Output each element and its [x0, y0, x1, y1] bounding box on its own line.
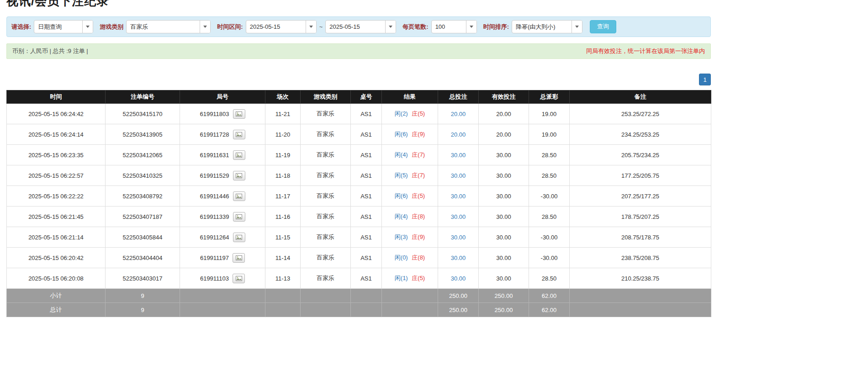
picture-icon: [236, 132, 242, 137]
chevron-down-icon[interactable]: [572, 21, 582, 33]
page-title-container: 视讯/会员下注纪录: [6, 0, 711, 7]
cell-session: 11-19: [265, 145, 301, 165]
query-type-value[interactable]: 日期查询: [34, 23, 82, 31]
total-bet-link[interactable]: 30.00: [451, 213, 466, 220]
cell-round-id: 619911264: [180, 227, 265, 248]
picture-icon: [236, 111, 242, 117]
round-result-image-button[interactable]: [233, 253, 245, 263]
header-result: 结果: [382, 90, 438, 104]
empty-cell: [351, 303, 382, 317]
cell-game-type: 百家乐: [301, 124, 351, 145]
picture-icon: [236, 276, 242, 281]
cell-time: 2025-05-15 06:22:22: [7, 186, 106, 207]
cell-session: 11-14: [265, 248, 301, 268]
cell-round-id: 619911103: [180, 268, 265, 289]
empty-cell: [351, 289, 382, 303]
cell-time: 2025-05-15 06:24:14: [7, 124, 106, 145]
cell-valid-bet: 30.00: [479, 145, 529, 165]
cell-remark: 178.75/207.25: [570, 207, 711, 227]
cell-round-id: 619911529: [180, 165, 265, 186]
page: 视讯/会员下注纪录 请选择: 日期查询 游戏类别 百家乐 时间区间: 2025-…: [6, 0, 711, 317]
round-id-text: 619911631: [200, 152, 229, 159]
player-result: 闲(5): [395, 172, 408, 179]
total-label: 总计: [7, 303, 106, 317]
pagination: 1: [6, 74, 711, 85]
table-row: 2025-05-15 06:23:35 522503412065 6199116…: [7, 145, 711, 165]
summary-bar: 币别：人民币 | 总共 :9 注单 | 同局有效投注，统一计算在该局第一张注单内: [6, 43, 711, 59]
cell-table-no: AS1: [351, 145, 382, 165]
cell-total-bet: 30.00: [438, 227, 479, 248]
chevron-down-icon[interactable]: [82, 21, 93, 33]
round-result-image-button[interactable]: [233, 130, 245, 139]
cell-total-bet: 30.00: [438, 145, 479, 165]
page-size-select[interactable]: 100: [431, 20, 477, 33]
sort-order-group: 时间排序: 降幂(由大到小): [483, 20, 582, 33]
cell-bet-id: 522503410325: [106, 165, 180, 186]
cell-remark: 238.75/208.75: [570, 248, 711, 268]
sort-order-select[interactable]: 降幂(由大到小): [512, 20, 582, 33]
note-text: 同局有效投注，统一计算在该局第一张注单内: [586, 47, 705, 55]
cell-table-no: AS1: [351, 186, 382, 207]
page-size-value[interactable]: 100: [432, 23, 466, 30]
cell-result: 闲(2) 庄(5): [382, 104, 438, 124]
total-bet-link[interactable]: 30.00: [451, 152, 466, 159]
total-bet-link[interactable]: 30.00: [451, 172, 466, 179]
cell-bet-id: 522503403017: [106, 268, 180, 289]
banker-result: 庄(9): [412, 131, 425, 138]
page-1-button[interactable]: 1: [699, 74, 711, 85]
cell-result: 闲(4) 庄(8): [382, 207, 438, 227]
round-result-image-button[interactable]: [233, 171, 245, 180]
date-from-select[interactable]: 2025-05-15: [246, 20, 317, 33]
cell-payout: -30.00: [529, 248, 570, 268]
chevron-down-icon[interactable]: [466, 21, 476, 33]
cell-table-no: AS1: [351, 268, 382, 289]
total-bet-link[interactable]: 30.00: [451, 193, 466, 200]
total-bet-link[interactable]: 30.00: [451, 234, 466, 241]
chevron-down-icon[interactable]: [385, 21, 396, 33]
total-bet-link[interactable]: 30.00: [451, 275, 466, 282]
total-valid-bet: 250.00: [479, 303, 529, 317]
total-bet-link[interactable]: 30.00: [451, 254, 466, 261]
cell-table-no: AS1: [351, 248, 382, 268]
cell-bet-id: 522503413905: [106, 124, 180, 145]
round-id-text: 619911728: [200, 131, 229, 138]
cell-time: 2025-05-15 06:20:42: [7, 248, 106, 268]
records-table: 时间 注单编号 局号 场次 游戏类别 桌号 结果 总投注 有效投注 总派彩 备注…: [6, 90, 711, 317]
empty-cell: [570, 303, 711, 317]
round-result-image-button[interactable]: [233, 109, 245, 119]
cell-total-bet: 20.00: [438, 124, 479, 145]
empty-cell: [382, 289, 438, 303]
empty-cell: [301, 289, 351, 303]
chevron-down-icon[interactable]: [200, 21, 210, 33]
empty-cell: [570, 289, 711, 303]
sort-order-value[interactable]: 降幂(由大到小): [512, 23, 572, 31]
total-bet-link[interactable]: 20.00: [451, 111, 466, 117]
cell-valid-bet: 30.00: [479, 227, 529, 248]
banker-result: 庄(8): [412, 213, 425, 220]
query-type-select[interactable]: 日期查询: [34, 20, 93, 33]
header-time: 时间: [7, 90, 106, 104]
round-result-image-button[interactable]: [233, 150, 245, 160]
cell-game-type: 百家乐: [301, 145, 351, 165]
round-result-image-button[interactable]: [233, 233, 245, 242]
total-count: 9: [106, 303, 180, 317]
cell-payout: -30.00: [529, 186, 570, 207]
total-total-bet: 250.00: [438, 303, 479, 317]
date-to-value[interactable]: 2025-05-15: [326, 23, 385, 30]
query-button[interactable]: 查询: [590, 20, 616, 33]
cell-total-bet: 30.00: [438, 207, 479, 227]
date-to-select[interactable]: 2025-05-15: [325, 20, 396, 33]
cell-game-type: 百家乐: [301, 165, 351, 186]
cell-bet-id: 522503408792: [106, 186, 180, 207]
cell-result: 闲(4) 庄(7): [382, 145, 438, 165]
round-result-image-button[interactable]: [233, 212, 245, 222]
game-type-select[interactable]: 百家乐: [126, 20, 211, 33]
date-from-value[interactable]: 2025-05-15: [246, 23, 306, 30]
table-header-row: 时间 注单编号 局号 场次 游戏类别 桌号 结果 总投注 有效投注 总派彩 备注: [7, 90, 711, 104]
round-result-image-button[interactable]: [233, 191, 245, 201]
round-result-image-button[interactable]: [233, 274, 245, 283]
total-bet-link[interactable]: 20.00: [451, 131, 466, 138]
chevron-down-icon[interactable]: [306, 21, 316, 33]
picture-icon: [236, 173, 242, 178]
game-type-value[interactable]: 百家乐: [127, 23, 200, 31]
